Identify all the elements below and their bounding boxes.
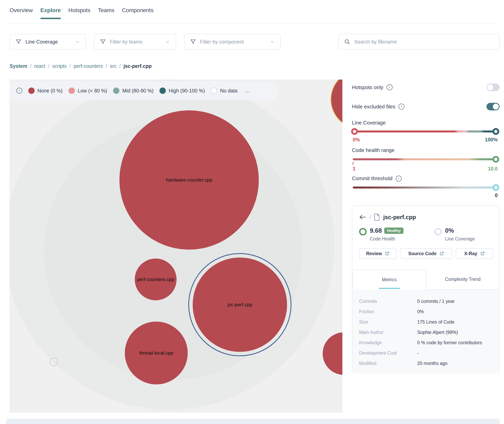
- breadcrumb-system[interactable]: System: [10, 63, 27, 69]
- legend-dot-mid: [113, 87, 119, 94]
- table-row: Commits 0 commits / 1 year: [359, 296, 492, 306]
- file-icon: [374, 214, 380, 221]
- table-row: Knowledge 0 % code by former contributor…: [359, 337, 492, 348]
- coverage-filter-dropdown[interactable]: Line Coverage: [10, 34, 86, 50]
- file-circle-label: perf-counters.cpp: [137, 277, 174, 282]
- file-card-actions: Review Source Code X-Ray: [359, 248, 493, 259]
- coverage-filter-label: Line Coverage: [26, 39, 58, 45]
- code-health-label: Code Health: [370, 236, 403, 242]
- search-input[interactable]: [354, 39, 494, 45]
- file-circle-label: thread-local.cpp: [139, 350, 173, 356]
- hide-excluded-row: Hide excluded files i: [352, 103, 500, 110]
- file-circle-empty[interactable]: [50, 358, 58, 366]
- file-path-separator: /: [370, 214, 371, 220]
- tab-complexity-trend[interactable]: Complexity Trend: [426, 269, 499, 289]
- table-row: Friction 0%: [359, 306, 492, 317]
- line-coverage-minmax: 0% 100%: [353, 137, 498, 143]
- tab-metrics[interactable]: Metrics: [352, 269, 426, 290]
- code-health-explorer: Overview Explore Hotspots Teams Componen…: [0, 0, 504, 424]
- tab-overview[interactable]: Overview: [10, 7, 33, 21]
- code-health-minmax: 1 10.0: [353, 166, 498, 172]
- legend-more-button[interactable]: ...: [245, 87, 250, 94]
- line-coverage-stat: 0% Line Coverage: [434, 227, 475, 242]
- code-health-min-tick[interactable]: [353, 162, 353, 165]
- chevron-down-icon: [269, 39, 275, 44]
- nav-divider: [10, 24, 500, 24]
- tab-components[interactable]: Components: [122, 7, 153, 21]
- hide-excluded-label: Hide excluded files: [352, 104, 395, 110]
- toggle-knob: [493, 104, 499, 110]
- line-coverage-ring-icon: [434, 228, 442, 236]
- line-coverage-min-label: 0%: [353, 137, 360, 143]
- breadcrumb: System / react / scripts / perf-counters…: [10, 63, 152, 69]
- hotspots-only-info-icon[interactable]: i: [387, 84, 393, 90]
- back-arrow-icon[interactable]: [359, 214, 366, 220]
- file-circle-jsc-perf[interactable]: jsc-perf.cpp: [193, 257, 287, 352]
- line-coverage-slider-track[interactable]: [353, 131, 498, 132]
- line-coverage-slider-label: Line Coverage: [352, 120, 386, 126]
- table-row: Development Cost -: [359, 348, 492, 358]
- file-circle-label: jsc-perf.cpp: [228, 302, 252, 307]
- code-health-min-label: 1: [353, 166, 356, 172]
- external-link-icon: [385, 251, 389, 256]
- chevron-down-icon: [75, 39, 80, 44]
- code-health-slider-track[interactable]: [353, 158, 498, 160]
- bubble-chart[interactable]: hardware-counter.cpp perf-counters.cpp j…: [10, 80, 342, 413]
- tab-hotspots[interactable]: Hotspots: [68, 7, 90, 21]
- commit-threshold-info-icon[interactable]: i: [396, 176, 402, 181]
- commit-threshold-value-row: 0: [353, 193, 498, 198]
- tab-teams[interactable]: Teams: [98, 7, 114, 21]
- breadcrumb-src[interactable]: src: [110, 63, 116, 69]
- line-coverage-max-handle[interactable]: [492, 128, 499, 135]
- commit-threshold-slider-track[interactable]: [353, 187, 498, 188]
- legend-item-low: Low (< 80 %): [69, 87, 107, 94]
- breadcrumb-current-file: jsc-perf.cpp: [123, 63, 152, 69]
- line-coverage-max-label: 100%: [485, 137, 498, 143]
- xray-button[interactable]: X-Ray: [456, 248, 493, 259]
- file-detail-card: / jsc-perf.cpp 9.68Healthy Code Health 0…: [352, 205, 500, 374]
- legend-item-mid: Mid (80-90 %): [113, 87, 153, 94]
- code-health-max-handle[interactable]: [492, 156, 499, 163]
- hide-excluded-info-icon[interactable]: i: [398, 104, 404, 110]
- funnel-icon: [100, 39, 106, 45]
- breadcrumb-separator: /: [70, 63, 71, 69]
- file-circle-perf-counters[interactable]: perf-counters.cpp: [135, 259, 177, 300]
- breadcrumb-scripts[interactable]: scripts: [52, 63, 66, 69]
- file-circle-hardware-counter[interactable]: hardware-counter.cpp: [119, 110, 259, 249]
- breadcrumb-react[interactable]: react: [34, 63, 45, 69]
- source-code-button[interactable]: Source Code: [400, 248, 452, 259]
- line-coverage-min-handle[interactable]: [351, 128, 358, 135]
- legend-dot-none: [28, 87, 35, 94]
- file-circle-partial-top[interactable]: [330, 80, 342, 129]
- hotspots-only-label: Hotspots only: [352, 84, 383, 90]
- funnel-icon: [190, 39, 196, 45]
- teams-filter-dropdown[interactable]: Filter by teams: [94, 34, 176, 50]
- breadcrumb-separator: /: [48, 63, 50, 69]
- toggle-knob: [487, 84, 493, 90]
- code-health-value: 9.68: [370, 227, 382, 234]
- file-card-header: / jsc-perf.cpp: [359, 214, 416, 221]
- breadcrumb-perf-counters[interactable]: perf-counters: [74, 63, 103, 69]
- breadcrumb-separator: /: [30, 63, 32, 69]
- file-circle-partial-bottom[interactable]: [323, 332, 342, 375]
- file-circle-thread-local[interactable]: thread-local.cpp: [125, 322, 188, 384]
- component-filter-dropdown[interactable]: Filter by component: [184, 34, 281, 50]
- top-nav: Overview Explore Hotspots Teams Componen…: [10, 7, 153, 21]
- hide-excluded-toggle[interactable]: [486, 103, 500, 110]
- legend-info-icon[interactable]: i: [16, 88, 22, 94]
- teams-filter-placeholder: Filter by teams: [110, 39, 142, 45]
- review-button[interactable]: Review: [359, 248, 396, 259]
- code-health-ring-icon: [359, 228, 367, 236]
- hotspots-only-toggle[interactable]: [486, 84, 500, 91]
- table-row: Modified 20 months ago: [359, 358, 492, 368]
- code-health-max-label: 10.0: [488, 166, 498, 172]
- file-card-tabs: Metrics Complexity Trend: [352, 269, 499, 290]
- legend-item-none: None (0 %): [28, 87, 63, 94]
- component-filter-placeholder: Filter by component: [200, 39, 244, 45]
- file-card-stats: 9.68Healthy Code Health 0% Line Coverage: [359, 227, 493, 242]
- tab-explore[interactable]: Explore: [40, 7, 61, 21]
- breadcrumb-separator: /: [119, 63, 121, 69]
- commit-threshold-value: 0: [495, 193, 498, 198]
- commit-threshold-handle[interactable]: [492, 184, 499, 191]
- line-coverage-value: 0%: [445, 227, 454, 234]
